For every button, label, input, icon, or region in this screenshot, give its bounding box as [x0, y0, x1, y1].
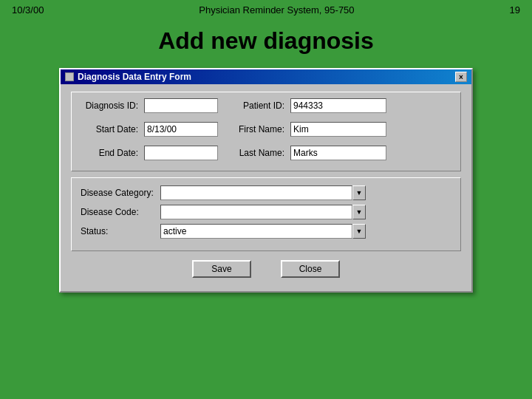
page-title: Add new diagnosis: [0, 27, 532, 55]
disease-category-label: Disease Category:: [81, 188, 154, 198]
last-name-row: Last Name:: [233, 146, 386, 160]
diagnosis-id-input[interactable]: [144, 98, 218, 113]
disease-category-row: Disease Category: ▼: [81, 185, 451, 200]
status-dropdown-btn[interactable]: ▼: [352, 224, 366, 239]
lower-fields-section: Disease Category: ▼ Disease Code: ▼ Stat…: [71, 177, 461, 251]
button-row: Save Close: [71, 257, 461, 284]
header-date: 10/3/00: [12, 4, 44, 16]
right-column: Patient ID: First Name: Last Name:: [233, 98, 386, 165]
end-date-input[interactable]: [144, 146, 218, 160]
close-button[interactable]: Close: [281, 260, 340, 278]
first-name-input[interactable]: [290, 122, 386, 137]
top-row: Diagnosis ID: Start Date: End Date:: [79, 98, 453, 165]
status-label: Status:: [81, 226, 154, 236]
disease-category-dropdown-btn[interactable]: ▼: [352, 185, 366, 200]
status-select-wrapper: ▼: [160, 224, 366, 239]
header: 10/3/00 Physician Reminder System, 95-75…: [0, 0, 532, 20]
disease-code-row: Disease Code: ▼: [81, 205, 451, 219]
first-name-row: First Name:: [233, 122, 386, 137]
disease-category-select-wrapper: ▼: [160, 185, 366, 200]
dialog-titlebar: Diagnosis Data Entry Form ×: [61, 69, 471, 84]
patient-id-row: Patient ID:: [233, 98, 386, 113]
last-name-input[interactable]: [290, 146, 386, 160]
status-row: Status: ▼: [81, 224, 451, 239]
dialog-icon: [65, 72, 74, 81]
disease-code-label: Disease Code:: [81, 207, 154, 217]
start-date-input[interactable]: [144, 122, 218, 137]
disease-code-select-wrapper: ▼: [160, 205, 366, 219]
patient-id-input[interactable]: [290, 98, 386, 113]
disease-category-input[interactable]: [160, 185, 352, 200]
start-date-row: Start Date:: [79, 122, 218, 137]
start-date-label: Start Date:: [79, 124, 138, 134]
diagnosis-id-label: Diagnosis ID:: [79, 100, 138, 111]
dialog-body: Diagnosis ID: Start Date: End Date:: [61, 84, 471, 291]
diagnosis-id-row: Diagnosis ID:: [79, 98, 218, 113]
diagnosis-dialog: Diagnosis Data Entry Form × Diagnosis ID…: [59, 68, 473, 293]
status-input[interactable]: [160, 224, 352, 239]
top-fields-section: Diagnosis ID: Start Date: End Date:: [71, 92, 461, 171]
patient-id-label: Patient ID:: [233, 100, 284, 111]
disease-code-dropdown-btn[interactable]: ▼: [352, 205, 366, 219]
header-title: Physician Reminder System, 95-750: [199, 4, 354, 16]
left-column: Diagnosis ID: Start Date: End Date:: [79, 98, 218, 165]
save-button[interactable]: Save: [192, 260, 251, 278]
last-name-label: Last Name:: [233, 148, 284, 158]
end-date-label: End Date:: [79, 148, 138, 158]
titlebar-left: Diagnosis Data Entry Form: [65, 72, 191, 82]
dialog-close-button[interactable]: ×: [455, 72, 467, 82]
dialog-title: Diagnosis Data Entry Form: [78, 72, 191, 82]
header-page: 19: [510, 4, 520, 16]
first-name-label: First Name:: [233, 124, 284, 134]
disease-code-input[interactable]: [160, 205, 352, 219]
end-date-row: End Date:: [79, 146, 218, 160]
